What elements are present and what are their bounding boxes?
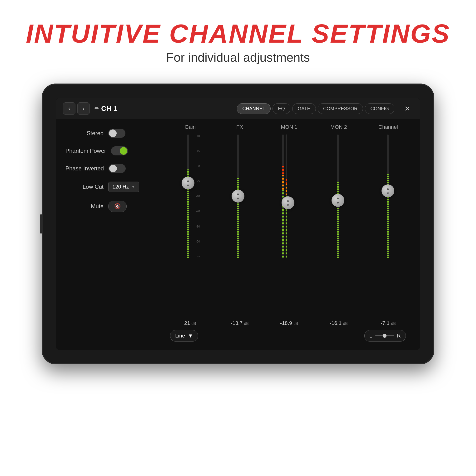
mute-icon: 🔇 [114,203,121,209]
tab-eq[interactable]: EQ [272,103,290,114]
unit-mon1: dB [293,322,298,325]
value-gain: 21 dB [165,320,215,326]
lowcut-label: Low Cut [66,184,103,190]
fader-mon2-handle-inner: ▲ ▼ [336,196,340,205]
phantom-toggle[interactable] [111,146,128,155]
fader-panel: Gain FX MON 1 MON 2 Channel [161,119,420,350]
mute-label: Mute [66,203,103,210]
left-panel: Stereo Phantom Power Phase Inverted [56,119,161,350]
lowcut-row: Low Cut 120 Hz ▼ [66,182,151,192]
tab-config[interactable]: CONFIG [365,103,394,114]
fader-header-fx: FX [215,124,264,132]
fader-mon2-handle[interactable]: ▲ ▼ [332,194,344,207]
tab-gate[interactable]: GATE [292,103,316,114]
fader-channel-handle-inner: ▲ ▼ [386,186,390,196]
fader-label-channel: Channel [378,124,398,130]
screen: ‹ › ✏ CH 1 CHANNEL EQ GATE COMPRESSOR CO… [56,98,420,350]
lowcut-value: 120 Hz [112,184,129,190]
phase-label: Phase Inverted [66,165,104,172]
fader-values: 21 dB -13.7 dB -18.9 dB -16.1 [163,320,413,326]
fader-headers: Gain FX MON 1 MON 2 Channel [163,124,413,132]
bottom-bar: Line ▼ L R [163,326,413,345]
fader-mon2: ▲ ▼ [313,135,363,272]
mute-row: Mute 🔇 [66,201,151,212]
line-dropdown[interactable]: Line ▼ [170,330,198,341]
unit-fx: dB [244,322,249,325]
fader-mon1: ▲ ▼ [263,135,313,272]
main-title: INTUITIVE CHANNEL SETTINGS [26,19,450,48]
tab-channel[interactable]: CHANNEL [237,103,271,114]
fader-fx: ▲ ▼ [213,135,263,272]
phase-toggle-knob [109,165,117,172]
tab-group: CHANNEL EQ GATE COMPRESSOR CONFIG [237,103,394,114]
unit-channel: dB [391,322,396,325]
page-header: INTUITIVE CHANNEL SETTINGS For individua… [26,19,450,65]
next-button[interactable]: › [77,102,90,115]
phase-row: Phase Inverted [66,164,151,173]
top-bar: ‹ › ✏ CH 1 CHANNEL EQ GATE COMPRESSOR CO… [56,98,420,119]
fader-header-mon1: MON 1 [264,124,314,132]
lowcut-arrow: ▼ [131,185,135,189]
fader-label-mon2: MON 2 [330,124,347,130]
mute-button[interactable]: 🔇 [108,201,127,212]
value-channel: -7.1 dB [363,320,413,326]
fader-label-gain: Gain [185,124,196,130]
phantom-toggle-knob [120,147,127,155]
fader-channel-handle[interactable]: ▲ ▼ [381,185,394,197]
fader-mon1-handle-inner: ▲ ▼ [286,198,290,207]
lr-slider-knob [383,334,387,338]
prev-button[interactable]: ‹ [63,102,75,115]
fader-header-mon2: MON 2 [314,124,363,132]
unit-gain: dB [192,322,196,325]
tab-compressor[interactable]: COMPRESSOR [318,103,363,114]
fader-header-gain: Gain [165,124,215,132]
stereo-toggle[interactable] [108,129,125,138]
fader-channel: ▲ ▼ [363,135,413,272]
lr-control: L R [364,330,406,341]
stereo-toggle-knob [109,130,117,137]
tablet-body: ‹ › ✏ CH 1 CHANNEL EQ GATE COMPRESSOR CO… [42,84,434,364]
lr-left: L [369,333,372,339]
subtitle: For individual adjustments [26,50,450,65]
line-label: Line [175,333,185,339]
stereo-row: Stereo [66,129,151,138]
lowcut-dropdown[interactable]: 120 Hz ▼ [108,182,139,192]
fader-header-channel: Channel [363,124,413,132]
close-button[interactable]: ✕ [402,103,413,114]
value-mon1: -18.9 dB [264,320,314,326]
value-fx: -13.7 dB [215,320,264,326]
phase-toggle[interactable] [108,164,126,173]
tablet-side-button[interactable] [40,214,42,234]
main-content: Stereo Phantom Power Phase Inverted [56,119,420,350]
fader-fx-handle[interactable]: ▲ ▼ [232,190,244,203]
fader-gain-handle-inner: ▲ ▼ [186,178,190,188]
fader-gain-handle[interactable]: ▲ ▼ [182,177,194,189]
lr-right: R [397,333,401,339]
phantom-label: Phantom Power [66,148,106,154]
unit-mon2: dB [343,322,348,325]
lr-slider[interactable] [375,335,394,336]
stereo-label: Stereo [66,130,103,136]
fader-fx-handle-inner: ▲ ▼ [236,192,240,201]
fader-label-mon1: MON 1 [281,124,298,130]
phantom-row: Phantom Power [66,146,151,155]
fader-gain: +10 +5 0 -5 -10 -20 -30 -50 -∞ [163,135,213,272]
channel-label: ✏ CH 1 [95,104,117,113]
edit-icon[interactable]: ✏ [95,105,99,112]
fader-label-fx: FX [236,124,243,130]
line-arrow: ▼ [188,333,193,339]
value-mon2: -16.1 dB [314,320,363,326]
tablet-wrapper: ‹ › ✏ CH 1 CHANNEL EQ GATE COMPRESSOR CO… [42,84,434,364]
nav-buttons: ‹ › [63,102,90,115]
fader-mon1-handle[interactable]: ▲ ▼ [282,196,294,209]
fader-area: +10 +5 0 -5 -10 -20 -30 -50 -∞ [163,135,413,318]
channel-name: CH 1 [101,104,117,113]
